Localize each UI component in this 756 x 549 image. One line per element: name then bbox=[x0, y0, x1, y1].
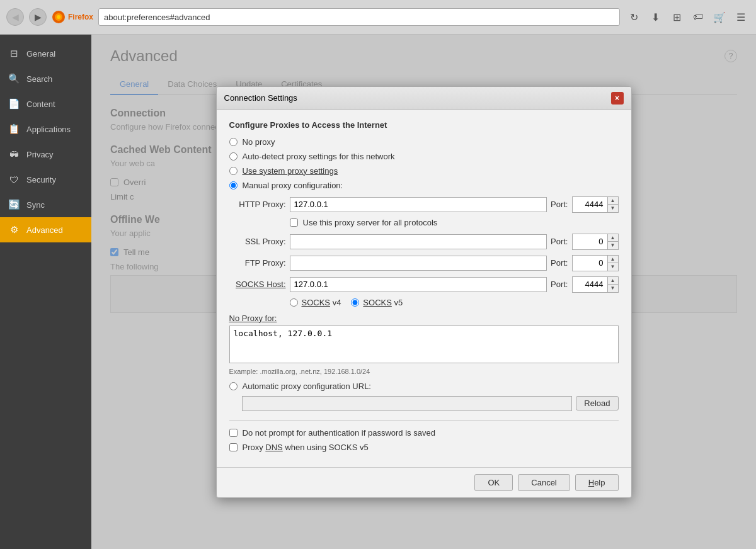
ssl-proxy-input[interactable] bbox=[290, 234, 547, 249]
sidebar-item-search[interactable]: 🔍 Search bbox=[0, 66, 91, 91]
ftp-port-up[interactable]: ▲ bbox=[608, 256, 618, 263]
http-port-up[interactable]: ▲ bbox=[608, 197, 618, 205]
do-not-prompt-row: Do not prompt for authentication if pass… bbox=[229, 428, 619, 438]
ssl-proxy-field-label: SSL Proxy: bbox=[229, 237, 286, 246]
auto-detect-radio[interactable] bbox=[229, 152, 238, 161]
security-icon: 🛡 bbox=[8, 173, 20, 186]
ftp-proxy-input[interactable] bbox=[290, 256, 547, 271]
socks-v4-radio[interactable] bbox=[290, 298, 298, 307]
cancel-button[interactable]: Cancel bbox=[518, 474, 570, 491]
sidebar-item-content[interactable]: 📄 Content bbox=[0, 91, 91, 116]
sidebar-label-advanced: Advanced bbox=[26, 225, 63, 235]
advanced-icon: ⚙ bbox=[8, 224, 20, 236]
tabs-button[interactable]: ⊞ bbox=[668, 8, 685, 26]
sidebar-label-content: Content bbox=[26, 99, 55, 109]
ssl-port-up[interactable]: ▲ bbox=[608, 234, 618, 242]
auto-proxy-radio[interactable] bbox=[229, 382, 238, 390]
dialog-close-button[interactable]: × bbox=[611, 92, 624, 105]
radio-system-proxy: Use system proxy settings bbox=[229, 166, 619, 176]
auto-proxy-url-input[interactable] bbox=[242, 396, 573, 411]
browser-chrome: ◀ ▶ Firefox about:preferences#advanced ↻… bbox=[0, 0, 756, 35]
sidebar-item-privacy[interactable]: 🕶 Privacy bbox=[0, 142, 91, 167]
sidebar-label-general: General bbox=[26, 49, 55, 59]
http-port-arrows: ▲ ▼ bbox=[607, 197, 618, 212]
do-not-prompt-label[interactable]: Do not prompt for authentication if pass… bbox=[243, 428, 435, 438]
svg-point-2 bbox=[57, 15, 60, 19]
http-proxy-input[interactable] bbox=[290, 197, 547, 212]
refresh-button[interactable]: ↻ bbox=[625, 8, 643, 26]
firefox-logo: Firefox bbox=[52, 10, 93, 24]
ftp-port-arrows: ▲ ▼ bbox=[607, 256, 618, 271]
sidebar-item-general[interactable]: ⊟ General bbox=[0, 41, 91, 66]
ok-button[interactable]: OK bbox=[474, 474, 513, 491]
back-button[interactable]: ◀ bbox=[6, 8, 24, 26]
http-port-down[interactable]: ▼ bbox=[608, 205, 618, 212]
sidebar: ⊟ General 🔍 Search 📄 Content 📋 Applicati… bbox=[0, 35, 91, 549]
dialog-title: Connection Settings bbox=[224, 93, 297, 103]
ftp-port-input[interactable] bbox=[573, 256, 607, 271]
socks-v5-option: SOCKS v5 bbox=[351, 298, 403, 307]
auto-detect-label[interactable]: Auto-detect proxy settings for this netw… bbox=[243, 152, 395, 161]
no-proxy-radio[interactable] bbox=[229, 138, 238, 146]
reload-button[interactable]: Reload bbox=[576, 396, 618, 410]
sidebar-item-applications[interactable]: 📋 Applications bbox=[0, 116, 91, 142]
manual-proxy-label[interactable]: Manual proxy configuration: bbox=[243, 181, 343, 190]
use-proxy-checkbox-row: Use this proxy server for all protocols bbox=[290, 218, 619, 227]
no-proxy-textarea[interactable]: localhost, 127.0.0.1 bbox=[229, 325, 619, 363]
socks-port-wrap: ▲ ▼ bbox=[572, 276, 619, 293]
http-port-input[interactable] bbox=[573, 197, 607, 212]
close-icon: × bbox=[615, 94, 619, 103]
do-not-prompt-checkbox[interactable] bbox=[229, 429, 238, 437]
help-button[interactable]: Help bbox=[575, 474, 619, 491]
auto-proxy-config-label[interactable]: Automatic proxy configuration URL: bbox=[243, 382, 371, 391]
use-all-proxy-checkbox[interactable] bbox=[290, 218, 298, 227]
ftp-port-down[interactable]: ▼ bbox=[608, 263, 618, 271]
proxy-dns-label[interactable]: Proxy DNS when using SOCKS v5 bbox=[243, 443, 369, 452]
system-proxy-label[interactable]: Use system proxy settings bbox=[243, 166, 338, 176]
firefox-label: Firefox bbox=[68, 13, 93, 21]
no-proxy-section: No Proxy for: localhost, 127.0.0.1 Examp… bbox=[229, 314, 619, 375]
cart-button[interactable]: 🛒 bbox=[711, 8, 728, 26]
socks-v5-radio[interactable] bbox=[351, 298, 359, 307]
no-proxy-label[interactable]: No proxy bbox=[243, 137, 275, 147]
sidebar-item-advanced[interactable]: ⚙ Advanced bbox=[0, 217, 91, 242]
socks-version-row: SOCKS v4 SOCKS v5 bbox=[290, 298, 619, 307]
system-proxy-radio[interactable] bbox=[229, 167, 238, 175]
radio-no-proxy: No proxy bbox=[229, 137, 619, 147]
proxy-dns-row: Proxy DNS when using SOCKS v5 bbox=[229, 443, 619, 452]
download-button[interactable]: ⬇ bbox=[646, 8, 664, 26]
manual-proxy-radio[interactable] bbox=[229, 181, 238, 190]
url-text: about:preferences#advanced bbox=[104, 13, 210, 22]
proxy-dns-checkbox[interactable] bbox=[229, 443, 238, 451]
ssl-port-wrap: ▲ ▼ bbox=[572, 234, 619, 250]
sidebar-item-sync[interactable]: 🔄 Sync bbox=[0, 192, 91, 217]
auto-proxy-section: Automatic proxy configuration URL: Reloa… bbox=[229, 382, 619, 411]
socks-v4-label[interactable]: SOCKS v4 bbox=[302, 298, 341, 307]
socks-host-field-label: SOCKS Host: bbox=[229, 280, 286, 289]
use-all-proxy-label[interactable]: Use this proxy server for all protocols bbox=[303, 218, 438, 227]
ftp-proxy-field-label: FTP Proxy: bbox=[229, 258, 286, 268]
ssl-port-down[interactable]: ▼ bbox=[608, 242, 618, 249]
address-bar[interactable]: about:preferences#advanced bbox=[98, 8, 620, 26]
radio-manual-proxy: Manual proxy configuration: bbox=[229, 181, 619, 190]
connection-settings-dialog: Connection Settings × Configure Proxies … bbox=[216, 86, 632, 498]
socks-port-down[interactable]: ▼ bbox=[608, 285, 618, 292]
ssl-port-input[interactable] bbox=[573, 234, 607, 249]
menu-button[interactable]: ☰ bbox=[732, 8, 750, 26]
sidebar-label-search: Search bbox=[26, 74, 52, 84]
socks-v5-label[interactable]: SOCKS v5 bbox=[363, 298, 403, 307]
bottom-checkboxes: Do not prompt for authentication if pass… bbox=[229, 420, 619, 452]
content-area: Advanced ? General Data Choices Update C… bbox=[91, 35, 756, 549]
http-port-wrap: ▲ ▼ bbox=[572, 196, 619, 213]
search-icon: 🔍 bbox=[8, 72, 20, 85]
forward-button[interactable]: ▶ bbox=[29, 8, 47, 26]
socks-port-input[interactable] bbox=[573, 277, 607, 292]
ssl-proxy-row: SSL Proxy: Port: ▲ ▼ bbox=[229, 234, 619, 250]
radio-auto-detect: Auto-detect proxy settings for this netw… bbox=[229, 152, 619, 161]
socks-port-up[interactable]: ▲ bbox=[608, 277, 618, 285]
privacy-icon: 🕶 bbox=[8, 148, 20, 161]
http-port-label: Port: bbox=[551, 200, 568, 209]
socks-host-input[interactable] bbox=[290, 277, 547, 292]
pocket-button[interactable]: 🏷 bbox=[689, 8, 707, 26]
sidebar-item-security[interactable]: 🛡 Security bbox=[0, 167, 91, 192]
